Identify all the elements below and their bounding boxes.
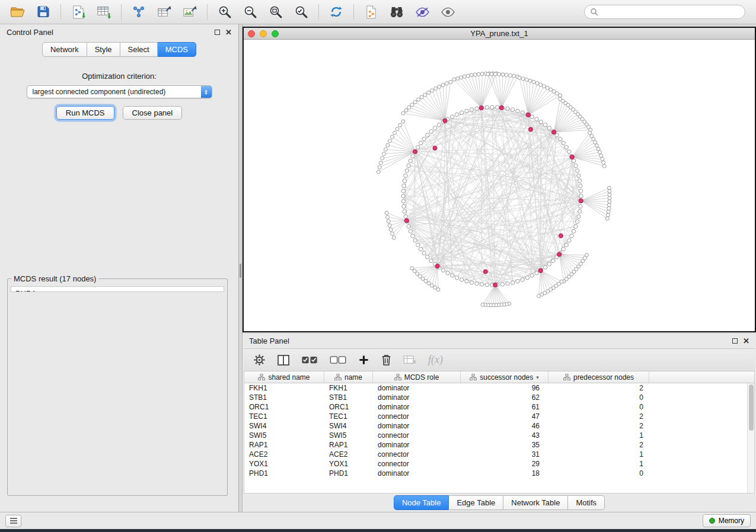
cell-successor-nodes[interactable]: 29	[461, 460, 548, 468]
create-column-button[interactable]	[358, 354, 369, 366]
leaf-node[interactable]	[379, 161, 382, 165]
cell-name[interactable]: ORC1	[324, 403, 373, 411]
delete-column-button[interactable]	[381, 354, 392, 366]
cell-name[interactable]: TEC1	[324, 412, 373, 421]
leaf-node[interactable]	[525, 78, 528, 81]
leaf-node[interactable]	[378, 166, 381, 169]
ring-node[interactable]	[559, 137, 562, 140]
export-table-button[interactable]	[152, 2, 176, 22]
tab-network[interactable]: Network	[42, 42, 87, 57]
ring-node[interactable]	[530, 274, 534, 277]
hide-selected-button[interactable]	[410, 2, 434, 22]
ring-node[interactable]	[490, 105, 494, 109]
float-panel-icon[interactable]	[215, 30, 220, 35]
cell-predecessor-nodes[interactable]: 2	[548, 422, 649, 430]
ring-node[interactable]	[441, 268, 445, 272]
cell-shared-name[interactable]: STB1	[244, 393, 324, 402]
dominator-node[interactable]	[538, 268, 543, 273]
zoom-in-button[interactable]	[213, 2, 237, 22]
table-row[interactable]: SWI5SWI5connector431	[244, 431, 754, 440]
leaf-node[interactable]	[452, 78, 456, 81]
float-table-panel-icon[interactable]	[732, 338, 738, 344]
leaf-node[interactable]	[518, 76, 521, 79]
table-tab-edge-table[interactable]: Edge Table	[449, 495, 503, 510]
cell-name[interactable]: FKH1	[324, 384, 373, 392]
table-row[interactable]: YOX1YOX1connector291	[244, 459, 754, 469]
leaf-node[interactable]	[512, 74, 516, 78]
tab-select[interactable]: Select	[120, 42, 158, 57]
cell-predecessor-nodes[interactable]: 0	[548, 403, 649, 411]
leaf-node[interactable]	[449, 80, 452, 84]
leaf-node[interactable]	[537, 294, 541, 298]
leaf-node[interactable]	[407, 105, 411, 109]
leaf-node[interactable]	[388, 224, 391, 227]
leaf-node[interactable]	[389, 228, 393, 232]
cell-name[interactable]: STB1	[324, 393, 373, 402]
mcds-result-item[interactable]: PHD1	[15, 289, 219, 292]
deselect-all-button[interactable]	[330, 355, 347, 364]
table-tab-motifs[interactable]: Motifs	[568, 495, 605, 510]
ring-node[interactable]	[470, 281, 473, 284]
save-session-button[interactable]	[31, 2, 55, 22]
leaf-node[interactable]	[386, 143, 390, 147]
leaf-node[interactable]	[398, 123, 402, 127]
ring-node[interactable]	[465, 109, 468, 113]
ring-node[interactable]	[500, 283, 504, 286]
ring-node[interactable]	[579, 204, 582, 208]
leaf-node[interactable]	[497, 72, 501, 76]
cell-successor-nodes[interactable]: 18	[461, 469, 548, 477]
cell-mcds-role[interactable]: dominator	[373, 403, 461, 411]
ring-node[interactable]	[511, 108, 514, 111]
table-row[interactable]: FKH1FKH1dominator962	[244, 383, 754, 393]
cell-mcds-role[interactable]: dominator	[373, 441, 461, 449]
network-graph[interactable]	[244, 40, 755, 331]
dominator-node[interactable]	[493, 283, 497, 287]
leaf-node[interactable]	[595, 144, 599, 148]
ring-node[interactable]	[407, 225, 410, 228]
ring-node[interactable]	[460, 278, 464, 281]
ring-node[interactable]	[547, 262, 551, 266]
leaf-node[interactable]	[387, 220, 390, 223]
cell-successor-nodes[interactable]: 47	[461, 412, 548, 421]
close-panel-button[interactable]: Close panel	[123, 106, 183, 120]
leaf-node[interactable]	[393, 131, 397, 134]
leaf-node[interactable]	[427, 91, 430, 94]
ring-node[interactable]	[475, 282, 479, 286]
leaf-node[interactable]	[490, 72, 493, 76]
ring-node[interactable]	[403, 179, 406, 182]
cell-name[interactable]: PHD1	[324, 469, 373, 477]
table-settings-button[interactable]	[253, 354, 266, 366]
leaf-node[interactable]	[608, 197, 611, 200]
ring-node[interactable]	[579, 184, 582, 187]
leaf-node[interactable]	[505, 73, 508, 76]
leaf-node[interactable]	[470, 73, 473, 77]
ring-node[interactable]	[401, 194, 405, 198]
ring-node[interactable]	[426, 255, 429, 259]
open-network-document-button[interactable]	[359, 2, 383, 22]
ring-node[interactable]	[404, 214, 407, 218]
ring-node[interactable]	[404, 174, 407, 177]
column-header-shared-name[interactable]: shared name	[244, 371, 324, 383]
ring-node[interactable]	[409, 159, 412, 162]
refresh-view-button[interactable]	[324, 2, 348, 22]
ring-node[interactable]	[496, 105, 499, 109]
cell-shared-name[interactable]: ORC1	[244, 403, 324, 411]
cell-predecessor-nodes[interactable]: 2	[548, 412, 649, 421]
table-row[interactable]: SWI4SWI4dominator462	[244, 421, 754, 431]
table-row[interactable]: ACE2ACE2connector311	[244, 450, 754, 459]
cell-shared-name[interactable]: YOX1	[244, 460, 324, 468]
leaf-node[interactable]	[392, 236, 395, 239]
cell-predecessor-nodes[interactable]: 2	[548, 441, 649, 449]
column-header-predecessor-nodes[interactable]: predecessor nodes	[548, 371, 649, 383]
cell-mcds-role[interactable]: dominator	[373, 384, 461, 392]
dominator-node[interactable]	[479, 106, 483, 110]
dominator-node[interactable]	[483, 270, 487, 274]
ring-node[interactable]	[480, 283, 483, 286]
ring-node[interactable]	[470, 108, 473, 111]
ring-node[interactable]	[516, 280, 519, 283]
ring-node[interactable]	[401, 189, 405, 193]
new-network-button[interactable]	[127, 2, 151, 22]
leaf-node[interactable]	[607, 207, 611, 210]
network-canvas[interactable]	[244, 40, 755, 331]
dominator-node[interactable]	[433, 146, 437, 150]
